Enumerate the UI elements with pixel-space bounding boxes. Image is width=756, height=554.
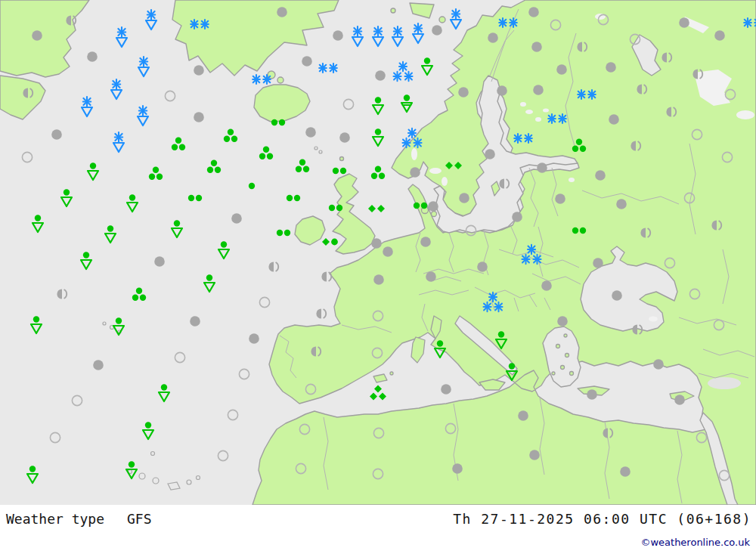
- wx-partly-cloudy-icon: [310, 260, 343, 293]
- wx-clear-icon: [284, 452, 318, 485]
- wx-partly-cloudy-icon: [45, 277, 79, 311]
- wx-rain-shower-icon: [115, 453, 148, 487]
- wx-cloudy-icon: [76, 40, 109, 73]
- wx-clear-icon: [618, 23, 652, 56]
- wx-rain-icon: [214, 119, 247, 153]
- wx-cloudy-icon: [600, 279, 634, 312]
- wx-light-rain-icon: [277, 181, 310, 215]
- wx-cloudy-icon: [328, 121, 361, 154]
- wx-clear-icon: [361, 336, 394, 370]
- wx-cloudy-icon: [663, 383, 696, 416]
- wx-cloudy-icon: [581, 246, 615, 280]
- wx-cloudy-icon: [20, 19, 54, 52]
- wx-partly-cloudy-icon: [625, 73, 658, 106]
- wx-clear-icon: [248, 286, 281, 319]
- wx-snow-icon: [183, 8, 216, 41]
- map-title-label: Weather type: [6, 511, 104, 527]
- wx-light-rain-icon: [178, 181, 212, 215]
- wx-light-rain-icon: [562, 214, 596, 247]
- wx-rain-shower-icon: [160, 212, 194, 246]
- wx-partly-cloudy-icon: [488, 167, 521, 200]
- wx-cloudy-icon: [371, 235, 404, 268]
- copyright-link[interactable]: ©weatheronline.co.uk: [640, 537, 750, 548]
- wx-partly-cloudy-icon: [655, 95, 688, 128]
- wx-cloudy-icon: [182, 101, 215, 134]
- wx-cloudy-icon: [409, 225, 442, 258]
- wx-snow-shower-icon: [70, 91, 104, 125]
- wx-cloudy-icon: [414, 260, 448, 293]
- wx-rain-shower-icon: [16, 458, 49, 491]
- wx-cloudy-icon: [417, 190, 450, 223]
- wx-partly-cloudy-icon: [650, 41, 683, 74]
- wx-snow-shower-icon: [135, 5, 168, 38]
- wx-cloudy-icon: [500, 200, 534, 234]
- europe-weather-map: [0, 0, 756, 505]
- wx-clear-icon: [361, 457, 395, 491]
- wx-drizzle-and-rain-icon: [314, 225, 347, 258]
- wx-partly-cloudy-icon: [591, 416, 624, 450]
- wx-partly-cloudy-icon: [565, 30, 599, 63]
- wx-clear-icon: [216, 398, 249, 432]
- wx-partly-cloudy-icon: [54, 4, 88, 37]
- wx-rain-shower-icon: [423, 333, 457, 366]
- wx-rain-icon: [139, 157, 172, 190]
- wx-light-rain-icon: [267, 216, 300, 249]
- wx-light-rain-icon: [235, 169, 268, 203]
- weather-map-page: Weather type GFS Th 27-11-2025 06:00 UTC…: [0, 0, 756, 554]
- wx-heavy-snow-icon: [395, 122, 429, 155]
- wx-clear-icon: [60, 384, 94, 417]
- wx-cloudy-icon: [544, 182, 577, 215]
- wx-rain-shower-icon: [411, 50, 444, 83]
- wx-rain-icon: [361, 156, 395, 190]
- wx-snow-icon: [736, 6, 756, 39]
- wx-clear-icon: [163, 341, 197, 374]
- wx-clear-icon: [11, 141, 44, 174]
- wx-clear-icon: [362, 416, 395, 450]
- wx-cloudy-icon: [420, 14, 454, 47]
- wx-cloudy-icon: [703, 19, 736, 52]
- wx-cloudy-icon: [507, 399, 540, 432]
- wx-cloudy-icon: [522, 73, 555, 107]
- wx-cloudy-icon: [518, 438, 551, 472]
- wx-rain-shower-icon: [116, 187, 149, 220]
- wx-cloudy-icon: [178, 305, 212, 338]
- wx-rain-shower-icon: [132, 414, 165, 447]
- wx-cloudy-icon: [668, 6, 701, 39]
- wx-cloudy-icon: [546, 305, 579, 338]
- wx-cloudy-icon: [290, 45, 324, 78]
- wx-cloudy-icon: [575, 378, 609, 411]
- wx-clear-icon: [685, 421, 718, 454]
- wx-cloudy-icon: [321, 19, 355, 52]
- wx-light-rain-icon: [323, 154, 356, 187]
- wx-cloudy-icon: [40, 118, 73, 151]
- wx-rain-shower-icon: [70, 244, 103, 277]
- wx-partly-cloudy-icon: [621, 313, 654, 346]
- wx-cloudy-icon: [220, 202, 253, 235]
- wx-cloudy-icon: [466, 250, 499, 283]
- wx-cloudy-icon: [182, 54, 215, 87]
- wx-rain-shower-icon: [207, 234, 240, 267]
- wx-drizzle-icon: [361, 376, 395, 410]
- wx-clear-icon: [206, 439, 240, 472]
- wx-snow-icon: [507, 122, 540, 155]
- wx-rain-icon: [249, 137, 283, 170]
- wx-rain-shower-icon: [147, 376, 181, 410]
- wx-partly-cloudy-icon: [629, 216, 662, 249]
- wx-rain-icon: [122, 278, 156, 311]
- wx-cloudy-icon: [447, 76, 480, 109]
- weather-symbol-layer: [0, 0, 756, 505]
- wx-cloudy-icon: [398, 156, 432, 189]
- wx-clear-icon: [454, 214, 488, 247]
- wx-clear-icon: [39, 421, 72, 454]
- wx-cloudy-icon: [473, 138, 507, 171]
- wx-cloudy-icon: [476, 21, 510, 54]
- wx-clear-icon: [678, 277, 711, 311]
- wx-clear-icon: [653, 246, 686, 280]
- wx-partly-cloudy-icon: [619, 129, 652, 162]
- wx-partly-cloudy-icon: [305, 297, 338, 330]
- wx-heavy-snow-icon: [515, 238, 548, 271]
- wx-partly-cloudy-icon: [299, 335, 333, 368]
- wx-cloudy-icon: [642, 348, 675, 381]
- wx-light-rain-icon: [319, 191, 352, 224]
- wx-rain-icon: [286, 150, 319, 183]
